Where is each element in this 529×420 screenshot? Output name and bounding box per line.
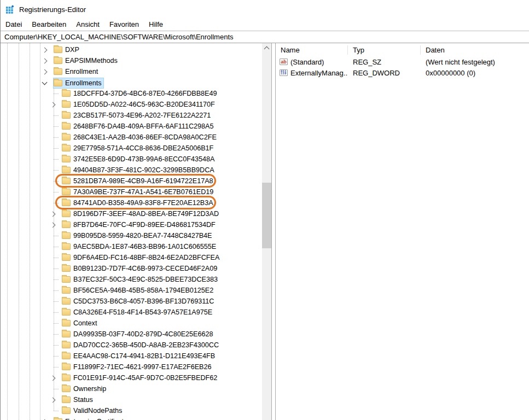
tree-connector bbox=[54, 345, 59, 346]
column-header-typ[interactable]: Typ bbox=[348, 45, 421, 55]
chevron-collapsed-icon[interactable] bbox=[50, 376, 56, 381]
chevron-collapsed-icon[interactable] bbox=[42, 48, 48, 53]
tree-item-ownership[interactable]: Ownership bbox=[1, 383, 262, 394]
tree-item-dxp[interactable]: DXP bbox=[1, 44, 262, 55]
chevron-expanded-icon[interactable] bbox=[42, 80, 48, 85]
chevron-collapsed-icon[interactable] bbox=[50, 398, 56, 403]
tree-item-validnodepaths[interactable]: ValidNodePaths bbox=[1, 405, 262, 416]
tree-node[interactable]: 84741AD0-B358-49A9-83F8-F7E20AE12B3A bbox=[61, 198, 216, 208]
tree-item-b0b9123d-7d7f-4c6b-9973-ceced46f2a09[interactable]: B0B9123D-7D7F-4C6B-9973-CECED46F2A09 bbox=[1, 263, 262, 274]
tree-item-fc01e91f-914c-45af-9d7c-0b2e5fbedf62[interactable]: FC01E91F-914C-45AF-9D7C-0B2E5FBEDF62 bbox=[1, 372, 262, 383]
tree-node[interactable]: 8FB7D64E-70FC-4F9D-89EE-D486817534DF bbox=[61, 220, 218, 230]
tree-node[interactable]: DAD70CC2-365B-450D-A8AB-2EB23F4300CC bbox=[61, 340, 221, 350]
tree-node[interactable]: BF56CE5A-946B-45B5-858A-1794EB0125E2 bbox=[61, 285, 216, 295]
tree-item-8fb7d64e-70fc-4f9d-89ee-d486817534df[interactable]: 8FB7D64E-70FC-4F9D-89EE-D486817534DF bbox=[1, 219, 262, 230]
values-row-externallymanag[interactable]: 011110ExternallyManag...REG_DWORD0x00000… bbox=[276, 67, 529, 78]
tree-node[interactable]: EE4AAC98-C174-4941-82B1-D121E493E4FB bbox=[61, 351, 217, 361]
chevron-collapsed-icon[interactable] bbox=[42, 59, 48, 64]
tree-scrollbar[interactable] bbox=[262, 43, 271, 420]
tree-node[interactable]: 3742E5E8-6D9D-473B-99A6-8ECC0F43548A bbox=[61, 154, 217, 164]
menu-item-bearbeiten[interactable]: Bearbeiten bbox=[27, 19, 72, 30]
tree-item-268c43e1-aa2b-4036-86ef-8cda98a0c2fe[interactable]: 268C43E1-AA2B-4036-86EF-8CDA98A0C2FE bbox=[1, 132, 262, 143]
menu-item-ansicht[interactable]: Ansicht bbox=[72, 19, 105, 30]
tree-item-bf56ce5a-946b-45b5-858a-1794eb0125e2[interactable]: BF56CE5A-946B-45B5-858A-1794EB0125E2 bbox=[1, 285, 262, 296]
tree-item-status[interactable]: Status bbox=[1, 394, 262, 405]
tree-node[interactable]: 49404B87-3F3F-481C-902C-3299B5BB9DCA bbox=[61, 165, 217, 175]
pane-splitter[interactable] bbox=[271, 43, 276, 420]
tree-node[interactable]: 1E05DD5D-A022-46C5-963C-B20DE341170F bbox=[61, 100, 217, 109]
tree-item-84741ad0-b358-49a9-83f8-f7e20ae12b3a[interactable]: 84741AD0-B358-49A9-83F8-F7E20AE12B3A bbox=[1, 197, 262, 208]
address-bar[interactable]: Computer\HKEY_LOCAL_MACHINE\SOFTWARE\Mic… bbox=[1, 31, 529, 43]
tree-item-da99935b-03f7-40d2-879d-4c80e25e6628[interactable]: DA99935B-03F7-40D2-879D-4C80E25E6628 bbox=[1, 329, 262, 340]
tree-pane[interactable]: DXPEAPSIMMethodsEnrollmentEnrollments18D… bbox=[1, 43, 262, 420]
tree-item-c5dc3753-b6c8-4057-b396-bf13d769311c[interactable]: C5DC3753-B6C8-4057-B396-BF13D769311C bbox=[1, 296, 262, 307]
tree-item-dad70cc2-365b-450d-a8ab-2eb23f4300cc[interactable]: DAD70CC2-365B-450D-A8AB-2EB23F4300CC bbox=[1, 340, 262, 351]
folder-icon bbox=[54, 80, 62, 86]
menu-item-datei[interactable]: Datei bbox=[1, 19, 27, 30]
tree-node[interactable]: B37EC32F-50C3-4E9C-8525-DBEE73DCE383 bbox=[61, 275, 220, 284]
chevron-collapsed-icon[interactable] bbox=[50, 102, 56, 108]
tree-item-18dcffd4-37d6-4bc6-87e0-4266fdbb8e49[interactable]: 18DCFFD4-37D6-4BC6-87E0-4266FDBB8E49 bbox=[1, 88, 262, 99]
chevron-collapsed-icon[interactable] bbox=[50, 223, 56, 228]
column-header-daten[interactable]: Daten bbox=[421, 45, 529, 55]
tree-node[interactable]: C8A326E4-F518-4F14-B543-97A57E1A975E bbox=[61, 307, 214, 317]
tree-node[interactable]: 99B095D8-5959-4820-BEA7-7448C8427B4E bbox=[61, 231, 214, 241]
tree-item-eapsimmethods[interactable]: EAPSIMMethods bbox=[1, 55, 262, 66]
tree-item-9aec5bda-1e87-46b3-bb96-1a01c606555e[interactable]: 9AEC5BDA-1E87-46B3-BB96-1A01C606555E bbox=[1, 241, 262, 252]
tree-node[interactable]: 9AEC5BDA-1E87-46B3-BB96-1A01C606555E bbox=[61, 242, 218, 252]
tree-node[interactable]: 268C43E1-AA2B-4036-86EF-8CDA98A0C2FE bbox=[61, 132, 219, 142]
tree-node[interactable]: DA99935B-03F7-40D2-879D-4C80E25E6628 bbox=[61, 329, 216, 339]
tree-node[interactable]: 8D196D7F-3EEF-48AD-8BEA-BE749F12D3AD bbox=[61, 209, 221, 219]
tree-node[interactable]: EnterpriseCertificates bbox=[53, 417, 133, 420]
tree-item-enrollment[interactable]: Enrollment bbox=[1, 66, 262, 77]
menu-item-hilfe[interactable]: Hilfe bbox=[144, 19, 168, 30]
tree-item-29e77958-571a-4cc8-8636-dbe2a5006b1f[interactable]: 29E77958-571A-4CC8-8636-DBE2A5006B1F bbox=[1, 143, 262, 154]
tree-item-99b095d8-5959-4820-bea7-7448c8427b4e[interactable]: 99B095D8-5959-4820-BEA7-7448C8427B4E bbox=[1, 230, 262, 241]
tree-item-b37ec32f-50c3-4e9c-8525-dbee73dce383[interactable]: B37EC32F-50C3-4E9C-8525-DBEE73DCE383 bbox=[1, 274, 262, 285]
tree-item-3742e5e8-6d9d-473b-99a6-8ecc0f43548a[interactable]: 3742E5E8-6D9D-473B-99A6-8ECC0F43548A bbox=[1, 154, 262, 165]
tree-node[interactable]: 5281DB7A-989E-4CB9-A16F-6194722E17A8 bbox=[61, 176, 216, 186]
tree-connector bbox=[54, 203, 59, 203]
tree-node[interactable]: F11899F2-71EC-4621-9997-E17AE2F6EB26 bbox=[61, 362, 214, 372]
tree-node[interactable]: ValidNodePaths bbox=[61, 406, 124, 416]
tree-node[interactable]: B0B9123D-7D7F-4C6B-9973-CECED46F2A09 bbox=[61, 264, 219, 273]
tree-item-c8a326e4-f518-4f14-b543-97a57e1a975e[interactable]: C8A326E4-F518-4F14-B543-97A57E1A975E bbox=[1, 307, 262, 318]
tree-node[interactable]: C5DC3753-B6C8-4057-B396-BF13D769311C bbox=[61, 296, 216, 306]
tree-item-enterprisecertificates[interactable]: EnterpriseCertificates bbox=[1, 416, 262, 420]
tree-node[interactable]: 23CB517F-5073-4E96-A202-7FE6122A2271 bbox=[61, 110, 213, 120]
column-header-name[interactable]: Name bbox=[276, 45, 348, 55]
tree-node[interactable]: Context bbox=[61, 318, 99, 328]
tree-node[interactable]: DXP bbox=[53, 45, 82, 55]
tree-item-ee4aac98-c174-4941-82b1-d121e493e4fb[interactable]: EE4AAC98-C174-4941-82B1-D121E493E4FB bbox=[1, 351, 262, 361]
tree-item-enrollments[interactable]: Enrollments bbox=[1, 77, 262, 88]
tree-node[interactable]: 29E77958-571A-4CC8-8636-DBE2A5006B1F bbox=[61, 143, 216, 153]
tree-item-label: Context bbox=[73, 319, 97, 327]
tree-node[interactable]: Enrollments bbox=[53, 78, 104, 89]
tree-node[interactable]: EAPSIMMethods bbox=[53, 56, 120, 66]
tree-item-7a30a9be-737f-47a1-a541-6e7b0761ed19[interactable]: 7A30A9BE-737F-47A1-A541-6E7B0761ED19 bbox=[1, 186, 262, 197]
chevron-collapsed-icon[interactable] bbox=[50, 212, 56, 217]
tree-item-23cb517f-5073-4e96-a202-7fe6122a2271[interactable]: 23CB517F-5073-4E96-A202-7FE6122A2271 bbox=[1, 110, 262, 121]
tree-node[interactable]: 9DF6A4ED-FC16-48BF-8B24-6E2AD2BFCFEA bbox=[61, 253, 222, 262]
tree-item-8d196d7f-3eef-48ad-8bea-be749f12d3ad[interactable]: 8D196D7F-3EEF-48AD-8BEA-BE749F12D3AD bbox=[1, 208, 262, 219]
values-row-standard[interactable]: ab(Standard)REG_SZ(Wert nicht festgelegt… bbox=[276, 56, 529, 67]
tree-node[interactable]: 2648BF76-DA4B-409A-BFFA-6AF111C298A5 bbox=[61, 121, 216, 131]
tree-item-context[interactable]: Context bbox=[1, 318, 262, 329]
tree-node[interactable]: Ownership bbox=[61, 384, 108, 394]
tree-node[interactable]: FC01E91F-914C-45AF-9D7C-0B2E5FBEDF62 bbox=[61, 373, 219, 383]
tree-node[interactable]: Enrollment bbox=[53, 67, 100, 77]
tree-node[interactable]: Status bbox=[61, 395, 95, 405]
tree-item-5281db7a-989e-4cb9-a16f-6194722e17a8[interactable]: 5281DB7A-989E-4CB9-A16F-6194722E17A8 bbox=[1, 176, 262, 186]
tree-item-1e05dd5d-a022-46c5-963c-b20de341170f[interactable]: 1E05DD5D-A022-46C5-963C-B20DE341170F bbox=[1, 99, 262, 110]
tree-node[interactable]: 18DCFFD4-37D6-4BC6-87E0-4266FDBB8E49 bbox=[61, 89, 219, 98]
tree-item-f11899f2-71ec-4621-9997-e17ae2f6eb26[interactable]: F11899F2-71EC-4621-9997-E17AE2F6EB26 bbox=[1, 361, 262, 372]
tree-item-9df6a4ed-fc16-48bf-8b24-6e2ad2bfcfea[interactable]: 9DF6A4ED-FC16-48BF-8B24-6E2AD2BFCFEA bbox=[1, 252, 262, 263]
scroll-up-button[interactable] bbox=[262, 43, 271, 52]
tree-node[interactable]: 7A30A9BE-737F-47A1-A541-6E7B0761ED19 bbox=[61, 187, 216, 197]
tree-item-2648bf76-da4b-409a-bffa-6af111c298a5[interactable]: 2648BF76-DA4B-409A-BFFA-6AF111C298A5 bbox=[1, 121, 262, 132]
value-name-cell: 011110ExternallyManag... bbox=[276, 69, 348, 77]
menu-item-favoriten[interactable]: Favoriten bbox=[105, 19, 144, 30]
scroll-thumb[interactable] bbox=[262, 183, 271, 248]
chevron-collapsed-icon[interactable] bbox=[42, 69, 48, 75]
tree-item-49404b87-3f3f-481c-902c-3299b5bb9dca[interactable]: 49404B87-3F3F-481C-902C-3299B5BB9DCA bbox=[1, 165, 262, 176]
